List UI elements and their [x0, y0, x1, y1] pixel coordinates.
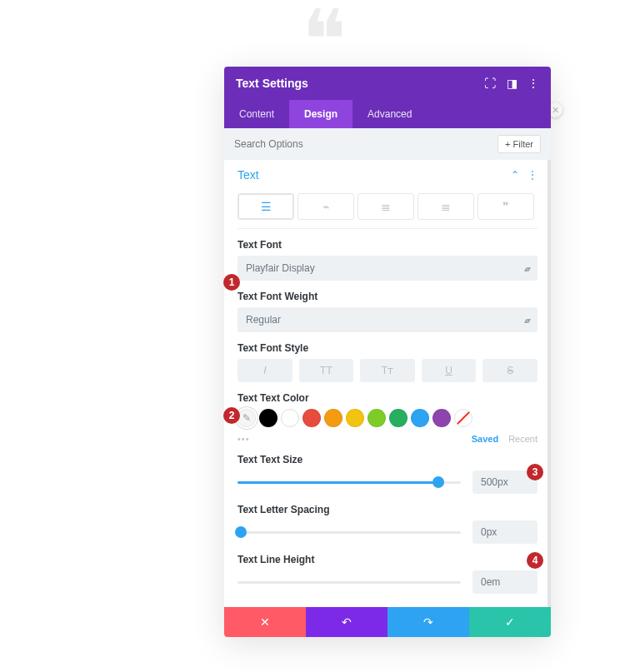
redo-button[interactable]: ↷ [388, 607, 469, 637]
kebab-icon[interactable]: ⋮ [528, 77, 539, 89]
eyedropper-swatch[interactable]: ✎ [238, 409, 256, 427]
callout-3: 3 [527, 464, 543, 480]
options-scroll: Text ⌃ ⋮ ☰ ⌁ ≣ ≣ ❞ Text Font Playfair Di… [224, 160, 551, 607]
callout-4: 4 [527, 552, 543, 569]
tab-advanced[interactable]: Advanced [352, 100, 427, 128]
divider [238, 228, 538, 229]
weight-label: Text Font Weight [238, 291, 538, 302]
text-section: Text ⌃ ⋮ ☰ ⌁ ≣ ≣ ❞ Text Font Playfair Di… [224, 160, 551, 594]
panel-title: Text Settings [236, 77, 484, 90]
confirm-button[interactable]: ✓ [469, 607, 551, 637]
strikethrough-button[interactable]: S [482, 359, 538, 382]
seg-ol-icon[interactable]: ≣ [418, 193, 474, 220]
undo-button[interactable]: ↶ [306, 607, 388, 637]
field-weight: Text Font Weight Regular ▴▾ [238, 291, 538, 332]
swatch-black[interactable] [259, 409, 278, 427]
expand-icon[interactable]: ⛶ [484, 77, 496, 89]
swatch-green[interactable] [389, 409, 408, 427]
header-actions: ⛶ ◨ ⋮ [484, 77, 539, 89]
lineheight-value[interactable]: 0em [472, 570, 538, 594]
italic-button[interactable]: I [238, 359, 292, 382]
seg-ul-icon[interactable]: ≣ [358, 193, 414, 220]
size-label: Text Text Size [238, 454, 538, 465]
size-slider[interactable] [238, 475, 461, 490]
panel-footer: ✕ ↶ ↷ ✓ [224, 607, 551, 637]
swatch-yellow[interactable] [346, 409, 364, 427]
weight-value: Regular [246, 314, 281, 326]
color-label: Text Text Color [238, 392, 538, 404]
font-value: Playfair Display [246, 262, 315, 274]
saved-tab[interactable]: Saved [472, 434, 498, 444]
layout-icon[interactable]: ◨ [506, 77, 518, 89]
field-spacing: Text Letter Spacing 0px [238, 504, 538, 544]
field-size: Text Text Size 500px [238, 454, 538, 494]
lineheight-label: Text Line Height [238, 554, 538, 565]
more-icon[interactable]: ••• [238, 434, 250, 444]
field-style: Text Font Style I TT Tᴛ U S [238, 342, 538, 382]
recent-tab[interactable]: Recent [508, 434, 538, 444]
lineheight-slider[interactable] [238, 575, 461, 590]
uppercase-button[interactable]: TT [299, 359, 354, 382]
text-type-segments: ☰ ⌁ ≣ ≣ ❞ [238, 193, 538, 220]
chevron-updown-icon: ▴▾ [524, 264, 529, 273]
spacing-value[interactable]: 0px [472, 520, 538, 544]
swatch-purple[interactable] [432, 409, 451, 427]
field-font: Text Font Playfair Display ▴▾ [238, 239, 538, 281]
field-lineheight: Text Line Height 0em [238, 554, 538, 594]
seg-quote-icon[interactable]: ❞ [478, 193, 534, 220]
weight-select[interactable]: Regular ▴▾ [238, 307, 538, 332]
tab-content[interactable]: Content [224, 100, 289, 128]
style-label: Text Font Style [238, 342, 538, 354]
underline-button[interactable]: U [422, 359, 477, 382]
section-title: Text [238, 168, 511, 182]
font-label: Text Font [238, 239, 538, 251]
tab-design[interactable]: Design [289, 100, 352, 128]
search-bar: + Filter [224, 128, 551, 160]
callout-1: 1 [223, 274, 240, 291]
callout-2: 2 [223, 407, 240, 424]
text-settings-panel: Text Settings ⛶ ◨ ⋮ Content Design Advan… [224, 67, 551, 637]
search-input[interactable] [234, 138, 498, 150]
filter-label: Filter [513, 139, 533, 149]
filter-button[interactable]: + Filter [498, 135, 541, 153]
swatch-red[interactable] [302, 409, 321, 427]
panel-header: Text Settings ⛶ ◨ ⋮ [224, 67, 551, 100]
swatch-orange[interactable] [324, 409, 342, 427]
spacing-label: Text Letter Spacing [238, 504, 538, 515]
swatch-white[interactable] [281, 409, 299, 427]
kebab-icon[interactable]: ⋮ [528, 169, 538, 181]
spacing-slider[interactable] [238, 525, 461, 540]
swatch-blue[interactable] [411, 409, 429, 427]
chevron-up-icon[interactable]: ⌃ [511, 169, 519, 181]
seg-link-icon[interactable]: ⌁ [298, 193, 354, 220]
field-color: Text Text Color ✎ ••• Saved [238, 392, 538, 444]
tab-bar: Content Design Advanced [224, 100, 551, 128]
color-swatches: ✎ [238, 409, 538, 427]
smallcaps-button[interactable]: Tᴛ [360, 359, 415, 382]
cancel-button[interactable]: ✕ [224, 607, 306, 637]
chevron-updown-icon: ▴▾ [524, 316, 529, 325]
seg-align-left-icon[interactable]: ☰ [238, 193, 294, 220]
swatch-none[interactable] [454, 409, 472, 427]
swatch-lime[interactable] [368, 409, 386, 427]
font-select[interactable]: Playfair Display ▴▾ [238, 256, 538, 281]
